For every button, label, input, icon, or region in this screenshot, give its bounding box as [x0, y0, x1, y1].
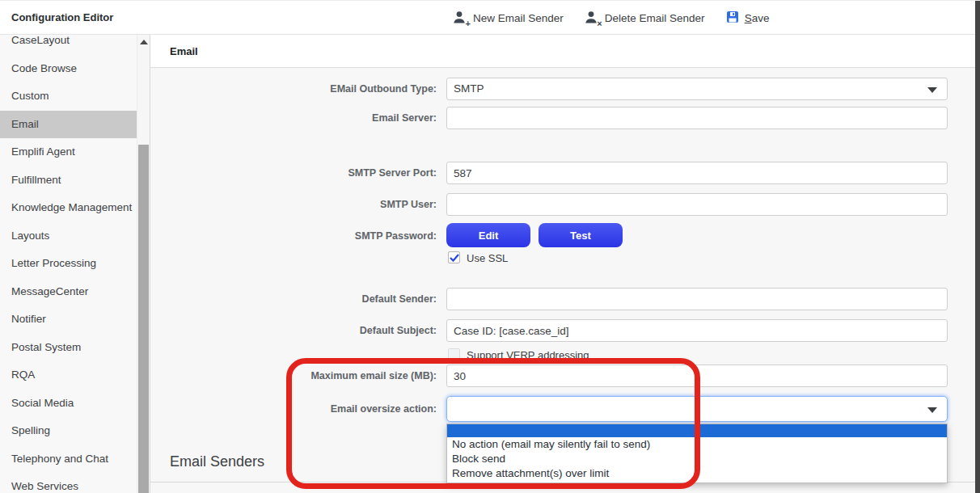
- email-server-label: Email Server:: [162, 107, 437, 129]
- dropdown-option[interactable]: No action (email may silently fail to se…: [447, 437, 947, 452]
- oversize-action-select[interactable]: [446, 396, 948, 422]
- delete-email-sender-button[interactable]: × Delete Email Sender: [585, 11, 705, 25]
- use-ssl-checkbox[interactable]: [448, 251, 460, 263]
- sidebar-item[interactable]: Email: [0, 111, 137, 139]
- dropdown-option[interactable]: Remove attachment(s) over limit: [447, 466, 947, 481]
- oversize-action-label: Email oversize action:: [162, 396, 437, 422]
- new-email-sender-label: New Email Sender: [473, 12, 564, 24]
- toolbar-actions: + New Email Sender × Delete Email Sender…: [453, 1, 769, 35]
- panel-header: Email: [150, 35, 975, 68]
- default-subject-input[interactable]: [446, 319, 948, 342]
- sidebar-item[interactable]: Telephony and Chat: [0, 445, 137, 474]
- window-right-edge: [975, 1, 980, 493]
- use-ssl-label: Use SSL: [467, 252, 508, 264]
- sidebar-item[interactable]: Emplifi Agent: [0, 138, 137, 166]
- smtp-password-edit-button[interactable]: Edit: [446, 223, 530, 247]
- max-size-input[interactable]: [446, 364, 948, 387]
- smtp-password-test-button[interactable]: Test: [539, 223, 623, 247]
- sidebar-item[interactable]: Custom: [0, 82, 137, 111]
- oversize-action-dropdown-list: No action (email may silently fail to se…: [446, 423, 948, 483]
- sidebar-list: CaseLayoutCode BrowseCustomEmailEmplifi …: [0, 35, 150, 493]
- sidebar-item[interactable]: Layouts: [0, 222, 137, 251]
- dropdown-option[interactable]: Block send: [447, 452, 947, 466]
- sidebar-item[interactable]: Postal System: [0, 334, 137, 362]
- delete-email-sender-label: Delete Email Sender: [605, 12, 705, 24]
- smtp-port-label: SMTP Server Port:: [162, 162, 437, 184]
- sidebar-item[interactable]: Notifier: [0, 305, 137, 334]
- smtp-port-input[interactable]: [446, 162, 948, 184]
- default-sender-label: Default Sender:: [162, 288, 437, 310]
- user-x-icon: ×: [585, 11, 599, 25]
- top-toolbar: Configuration Editor + New Email Sender …: [0, 1, 980, 35]
- sidebar-item[interactable]: Code Browse: [0, 55, 137, 83]
- outbound-type-select[interactable]: SMTP: [446, 78, 948, 100]
- outbound-type-label: EMail Outbound Type:: [162, 78, 437, 100]
- default-subject-label: Default Subject:: [162, 319, 437, 342]
- panel-title: Email: [170, 35, 198, 68]
- sidebar-item[interactable]: MessageCenter: [0, 278, 137, 306]
- smtp-password-label: SMTP Password:: [162, 224, 437, 248]
- sidebar-item[interactable]: Spelling: [0, 417, 137, 445]
- sidebar-item[interactable]: RQA: [0, 361, 137, 390]
- email-senders-section-title: Email Senders: [170, 453, 264, 470]
- chevron-down-icon: [927, 407, 937, 413]
- save-label: Save: [745, 12, 770, 24]
- smtp-user-label: SMTP User:: [162, 193, 437, 216]
- user-plus-icon: +: [453, 11, 467, 25]
- floppy-save-icon: [726, 11, 739, 26]
- new-email-sender-button[interactable]: + New Email Sender: [453, 11, 564, 25]
- sidebar-scrollbar-thumb[interactable]: [138, 145, 149, 493]
- sidebar-item[interactable]: Fulfillment: [0, 166, 137, 195]
- sidebar-item[interactable]: Knowledge Management: [0, 194, 137, 222]
- sidebar-item[interactable]: Web Services: [0, 473, 137, 493]
- sidebar-item[interactable]: Letter Processing: [0, 250, 137, 278]
- default-sender-input[interactable]: [446, 288, 948, 310]
- verp-label: Support VERP addressing: [467, 349, 589, 361]
- configuration-editor-window: Configuration Editor + New Email Sender …: [0, 0, 980, 493]
- save-button[interactable]: Save: [726, 11, 770, 26]
- chevron-down-icon: [927, 87, 937, 93]
- max-size-label: Maximum email size (MB):: [162, 364, 437, 387]
- email-settings-panel: Email EMail Outbound Type: SMTP Email Se…: [150, 35, 975, 493]
- app-title: Configuration Editor: [11, 1, 113, 35]
- scroll-up-arrow-icon[interactable]: [140, 40, 148, 44]
- config-category-sidebar: CaseLayoutCode BrowseCustomEmailEmplifi …: [0, 35, 150, 493]
- verp-checkbox[interactable]: [448, 348, 460, 360]
- smtp-user-input[interactable]: [446, 193, 948, 216]
- sidebar-item[interactable]: Social Media: [0, 390, 137, 418]
- email-server-input[interactable]: [446, 107, 948, 129]
- dropdown-option[interactable]: [447, 424, 947, 437]
- sidebar-item[interactable]: CaseLayout: [0, 35, 137, 55]
